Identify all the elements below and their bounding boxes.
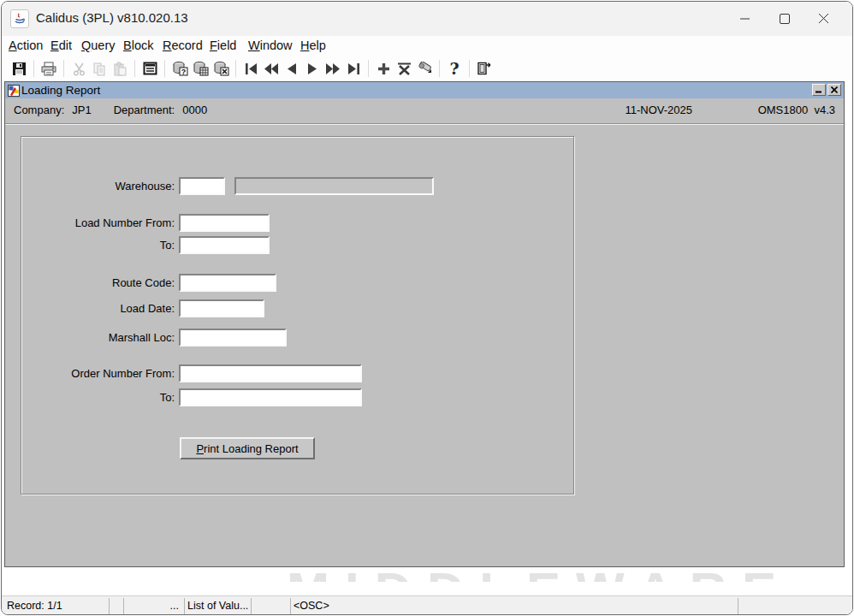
inner-close-button[interactable] [827, 84, 841, 96]
watermark: MIDDLEWARE [287, 569, 841, 582]
load-number-to-input[interactable] [179, 236, 270, 254]
company-value: JP1 [72, 104, 91, 116]
last-record-icon[interactable] [343, 59, 364, 78]
previous-record-icon[interactable] [282, 59, 302, 78]
next-record-icon[interactable] [302, 59, 323, 78]
app-window: Calidus (3PL) v810.020.13 Action Edit Qu… [1, 1, 853, 615]
execute-query-icon[interactable] [190, 59, 211, 78]
load-number-from-label: Load Number From: [21, 216, 175, 230]
warehouse-description-field [234, 177, 434, 195]
save-icon[interactable] [9, 59, 29, 78]
svg-text:?: ? [181, 68, 186, 76]
insert-record-icon[interactable] [373, 59, 394, 78]
list-of-values-indicator: List of Valu... [187, 600, 248, 612]
toolbar-separator [134, 60, 135, 77]
menu-help[interactable]: Help [300, 38, 326, 52]
cancel-query-icon[interactable] [211, 59, 231, 78]
inner-minimize-button[interactable] [812, 84, 826, 96]
load-number-from-input[interactable] [179, 214, 270, 232]
statusbar-divider [251, 598, 252, 614]
header-divider [5, 123, 844, 125]
context-header: Company: JP1 Department: 0000 11-NOV-202… [5, 98, 844, 119]
menu-query[interactable]: Query [81, 38, 116, 52]
loading-report-titlebar[interactable]: Loading Report [5, 82, 844, 98]
record-indicator: Record: 1/1 [7, 600, 62, 612]
route-code-label: Route Code: [21, 276, 175, 290]
route-code-input[interactable] [179, 274, 276, 292]
load-date-input[interactable] [179, 299, 264, 317]
toolbar-separator [63, 60, 64, 77]
toolbar: ? [2, 57, 852, 80]
help-icon[interactable]: ? [444, 59, 465, 78]
warehouse-input[interactable] [179, 177, 225, 195]
menu-window[interactable]: Window [248, 38, 293, 52]
osc-indicator: <OSC> [294, 600, 329, 612]
menubar: Action Edit Query Block Record Field Win… [2, 36, 852, 57]
warehouse-label: Warehouse: [21, 180, 175, 193]
form-window-icon [8, 85, 20, 97]
first-record-icon[interactable] [240, 59, 261, 78]
lock-record-icon[interactable] [414, 59, 435, 78]
copy-icon[interactable] [89, 59, 110, 78]
mdi-area: MIDDLEWARE Loading Report Company: JP1 D… [2, 80, 852, 595]
company-label: Company: [14, 104, 64, 116]
minimize-button[interactable] [726, 2, 765, 36]
window-title: Calidus (3PL) v810.020.13 [36, 10, 188, 25]
load-date-label: Load Date: [21, 302, 175, 316]
statusbar-divider [738, 598, 738, 614]
form-frame: Warehouse: Load Number From: To: Route C… [21, 136, 574, 495]
enter-query-icon[interactable]: ? [169, 59, 190, 78]
delete-record-icon[interactable] [394, 59, 414, 78]
toolbar-separator [439, 60, 440, 77]
menu-action[interactable]: Action [9, 38, 43, 52]
block-menu-icon[interactable] [139, 59, 160, 78]
statusbar-divider [109, 598, 110, 614]
order-number-from-label: Order Number From: [21, 367, 175, 381]
java-app-icon [10, 9, 29, 28]
titlebar: Calidus (3PL) v810.020.13 [2, 2, 852, 36]
department-label: Department: [114, 104, 175, 116]
menu-record[interactable]: Record [163, 38, 203, 52]
module-version: OMS1800 v4.3 [758, 104, 835, 116]
statusbar-ellipsis: ... [123, 600, 179, 612]
maximize-button[interactable] [765, 2, 804, 36]
toolbar-separator [33, 60, 34, 77]
date-value: 11-NOV-2025 [625, 104, 692, 116]
menu-edit[interactable]: Edit [50, 38, 72, 52]
cut-icon[interactable] [68, 59, 89, 78]
next-block-icon[interactable] [323, 59, 343, 78]
statusbar-divider [184, 598, 185, 614]
print-icon[interactable] [39, 59, 59, 78]
menu-field[interactable]: Field [210, 38, 236, 52]
print-loading-report-button[interactable]: Print Loading Report [180, 437, 315, 459]
toolbar-separator [368, 60, 369, 77]
inner-window-title: Loading Report [21, 84, 100, 97]
close-button[interactable] [804, 2, 844, 36]
statusbar-divider [290, 598, 291, 614]
order-number-to-input[interactable] [179, 388, 362, 406]
exit-icon[interactable] [474, 59, 495, 78]
load-number-to-label: To: [21, 239, 175, 252]
previous-block-icon[interactable] [261, 59, 282, 78]
menu-block[interactable]: Block [123, 38, 153, 52]
toolbar-separator [469, 60, 470, 77]
department-value: 0000 [182, 104, 207, 116]
toolbar-separator [164, 60, 165, 77]
paste-icon[interactable] [110, 59, 130, 78]
marshall-loc-input[interactable] [179, 329, 287, 346]
statusbar: Record: 1/1 ... List of Valu... <OSC> [2, 595, 852, 615]
marshall-loc-label: Marshall Loc: [21, 331, 175, 345]
toolbar-separator [235, 60, 236, 77]
order-number-to-label: To: [21, 391, 175, 405]
order-number-from-input[interactable] [179, 364, 362, 382]
loading-report-window: Loading Report Company: JP1 Department: … [4, 81, 845, 567]
